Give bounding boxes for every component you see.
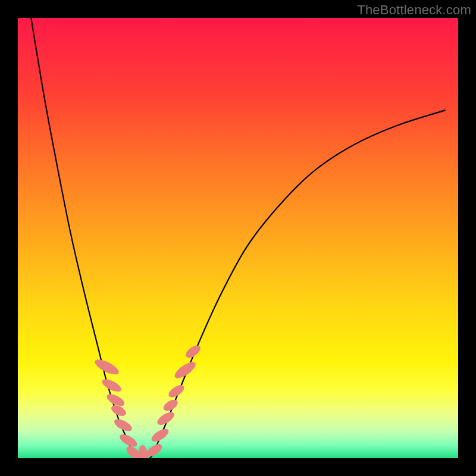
curve-path (31, 18, 445, 458)
chart-container: TheBottleneck.com (0, 0, 476, 476)
curve-markers (93, 343, 202, 458)
chart-svg (18, 18, 458, 458)
curve-marker (149, 427, 170, 444)
curve-marker (173, 359, 198, 381)
plot-area (18, 18, 458, 458)
curve-marker (93, 356, 121, 377)
watermark-text: TheBottleneck.com (357, 2, 471, 18)
curve-marker (100, 377, 123, 394)
curve-marker (145, 441, 164, 458)
bottleneck-curve (31, 18, 445, 458)
